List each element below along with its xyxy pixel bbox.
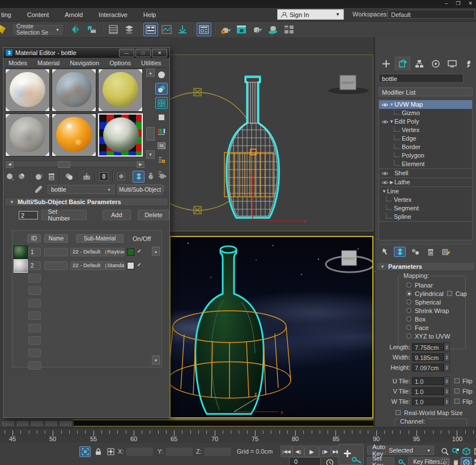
set-key-button[interactable]: Set Key xyxy=(367,457,394,465)
empty-row-id[interactable] xyxy=(28,361,41,370)
scroll-right-icon[interactable]: ▶ xyxy=(137,161,144,168)
menu-interactive[interactable]: Interactive xyxy=(91,11,135,18)
material-editor-titlebar[interactable]: 3 Material Editor - bottle — □ ✕ xyxy=(3,48,169,58)
stack-item-line-vertex[interactable]: Vertex xyxy=(379,196,472,204)
play-button[interactable]: ▶ xyxy=(304,446,319,457)
get-material-icon[interactable] xyxy=(5,171,16,183)
v-tile-spinner[interactable]: ▲▼ xyxy=(444,387,450,396)
w-tile-field[interactable]: 1.0 xyxy=(412,398,444,405)
u-tile-field[interactable]: 1.0 xyxy=(412,377,444,385)
mapping-option-shrink-wrap[interactable]: Shrink Wrap xyxy=(406,306,465,315)
stack-item-vertex[interactable]: Vertex xyxy=(379,126,472,134)
scroll-up-icon[interactable]: ▲ xyxy=(146,69,155,77)
me-menu-options[interactable]: Options xyxy=(104,60,136,66)
me-menu-modes[interactable]: Modes xyxy=(3,60,32,66)
material-slot-3[interactable] xyxy=(98,69,143,112)
stack-item-line-segment[interactable]: Segment xyxy=(379,204,472,213)
z-coordinate-field[interactable] xyxy=(203,447,232,456)
stack-item-line[interactable]: ▼Line xyxy=(379,187,472,196)
make-material-copy-icon[interactable] xyxy=(63,171,75,183)
pin-stack-icon[interactable] xyxy=(379,247,390,257)
zoom-extents-icon[interactable] xyxy=(461,446,471,456)
viewcube[interactable]: FRONT xyxy=(328,75,369,94)
onoff-checkbox[interactable]: ✔ xyxy=(137,262,142,268)
table-scroll-down-icon[interactable]: ▼ xyxy=(152,356,160,365)
me-menu-navigation[interactable]: Navigation xyxy=(65,60,104,66)
menu-help[interactable]: Help xyxy=(135,11,164,18)
selection-set-combo[interactable]: Create Selection Se ▼ xyxy=(14,25,62,35)
menu-arnold[interactable]: Arnold xyxy=(57,11,91,18)
schematic-view-icon[interactable] xyxy=(175,23,190,36)
me-menu-material[interactable]: Material xyxy=(32,60,65,66)
timeline-ruler[interactable]: 45 50 55 60 65 70 75 80 85 90 95 100 xyxy=(0,428,476,443)
column-header-sub-material[interactable]: Sub-Material xyxy=(76,234,124,243)
u-flip-checkbox[interactable] xyxy=(454,378,460,383)
zoom-region-icon[interactable] xyxy=(439,457,450,465)
row-name[interactable] xyxy=(44,261,68,270)
mapping-option-spherical[interactable]: Spherical xyxy=(406,298,465,306)
mapping-option-cylindrical[interactable]: CylindricalCap xyxy=(406,289,465,298)
column-header-name[interactable]: Name xyxy=(44,234,68,243)
pick-material-eyedropper-icon[interactable] xyxy=(35,186,42,193)
absolute-mode-icon[interactable] xyxy=(105,446,116,457)
set-keys-button[interactable]: + xyxy=(338,444,364,465)
stack-item-uvw-map[interactable]: ▼UVW Map xyxy=(379,100,472,109)
options-icon[interactable] xyxy=(155,154,168,166)
material-type-button[interactable]: Multi/Sub-Object xyxy=(117,184,163,195)
mapping-option-planar[interactable]: Planar xyxy=(406,281,465,289)
empty-row-id[interactable] xyxy=(28,349,41,357)
delete-button[interactable]: Delete xyxy=(138,210,169,220)
material-slot-6-active[interactable] xyxy=(98,113,143,157)
v-tile-field[interactable]: 1.0 xyxy=(412,387,444,395)
tab-modify[interactable] xyxy=(395,57,410,70)
height-spinner[interactable]: ▲▼ xyxy=(444,363,450,372)
scroll-thumb[interactable] xyxy=(146,127,155,141)
workspace-select[interactable]: Default xyxy=(388,10,475,19)
tab-hierarchy[interactable] xyxy=(411,57,427,70)
height-field[interactable]: 7.097cm xyxy=(412,363,444,371)
configure-modifier-sets-icon[interactable] xyxy=(440,247,452,257)
row-id[interactable]: 1 xyxy=(28,248,41,256)
curve-editor-icon[interactable] xyxy=(159,23,174,36)
empty-row-id[interactable] xyxy=(28,299,41,307)
empty-row-id[interactable] xyxy=(28,336,41,345)
add-button[interactable]: Add xyxy=(103,210,131,220)
set-number-button[interactable]: Set Number xyxy=(41,210,86,220)
material-name-combo[interactable]: bottle ▼ xyxy=(48,185,114,194)
video-color-check-icon[interactable] xyxy=(155,125,168,137)
selection-set-key-dropdown[interactable]: Selected▼ xyxy=(385,446,434,455)
material-count-field[interactable]: 2 xyxy=(19,211,38,219)
zoom-all-icon[interactable] xyxy=(450,446,461,456)
selection-lock-icon[interactable] xyxy=(92,446,104,457)
make-unique-icon[interactable] xyxy=(409,247,421,257)
current-frame-field[interactable]: 0 xyxy=(289,457,321,465)
pan-view-icon[interactable] xyxy=(450,457,461,465)
rendered-frame-window-icon[interactable] xyxy=(234,23,249,36)
sub-material-color-swatch[interactable] xyxy=(127,248,134,256)
me-minimize-button[interactable]: — xyxy=(119,49,134,57)
mapping-option-face[interactable]: Face xyxy=(406,323,465,332)
basic-parameters-rollout[interactable]: ▼ Multi/Sub-Object Basic Parameters xyxy=(5,197,168,206)
stack-item-gizmo[interactable]: Gizmo xyxy=(379,109,472,117)
slots-vertical-scrollbar[interactable]: ▲ ▼ xyxy=(146,69,154,157)
me-maximize-button[interactable]: □ xyxy=(135,49,151,57)
put-to-library-icon[interactable] xyxy=(80,171,92,183)
material-slot-5[interactable] xyxy=(52,113,96,157)
length-field[interactable]: 7.758cm xyxy=(412,343,444,351)
onoff-checkbox[interactable]: ✔ xyxy=(137,248,142,254)
u-tile-spinner[interactable]: ▲▼ xyxy=(444,377,450,386)
me-close-button[interactable]: ✕ xyxy=(152,49,167,57)
key-icon[interactable] xyxy=(397,457,407,465)
autodesk-gallery-icon[interactable] xyxy=(282,23,296,36)
length-spinner[interactable]: ▲▼ xyxy=(444,343,450,352)
stack-item-edge[interactable]: Edge xyxy=(379,134,472,143)
scroll-thumb[interactable] xyxy=(58,161,70,168)
scroll-left-icon[interactable]: ◀ xyxy=(6,161,14,168)
align-icon[interactable] xyxy=(84,23,99,36)
time-slider-fragment[interactable] xyxy=(1,420,73,426)
viewcube[interactable]: FRONT xyxy=(326,251,372,272)
window-close-button[interactable]: ✕ xyxy=(468,1,473,6)
next-frame-button[interactable]: ||▶ xyxy=(319,446,331,457)
menu-content[interactable]: Content xyxy=(19,11,57,18)
tab-motion[interactable] xyxy=(428,57,443,70)
